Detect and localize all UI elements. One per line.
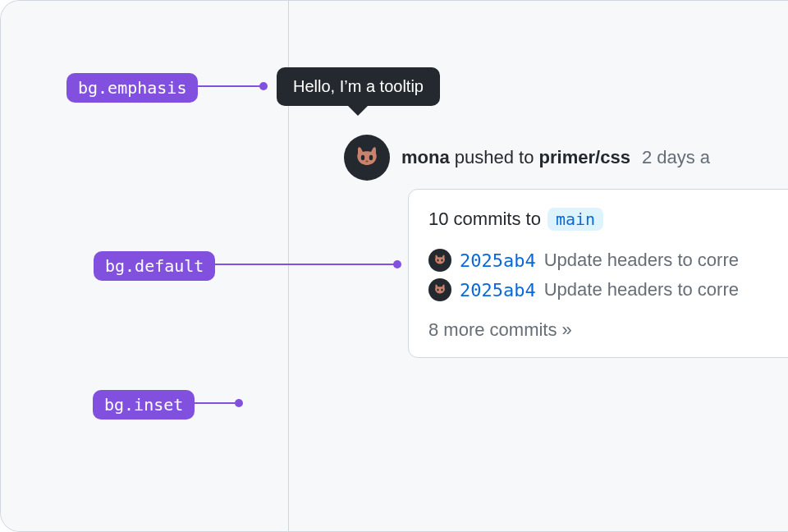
svg-point-8 [437,288,438,291]
svg-point-5 [437,259,438,261]
commit-hash[interactable]: 2025ab4 [460,250,536,271]
connector-line [188,402,236,404]
branch-pill[interactable]: main [547,208,603,231]
connector-line [196,85,260,87]
svg-point-1 [361,155,364,160]
connector-dot [259,82,268,90]
token-bg-inset: bg.inset [93,390,195,420]
commit-row: 2025ab4 Update headers to corre [428,245,781,275]
token-bg-emphasis: bg.emphasis [66,73,198,103]
svg-point-6 [441,259,442,261]
commit-hash[interactable]: 2025ab4 [460,280,536,300]
commits-card: 10 commits to main 2025ab4 Update header… [408,189,788,358]
avatar [428,278,451,301]
feed-text: mona pushed to primer/css [401,147,630,168]
feed-item-header: mona pushed to primer/css 2 days a [344,135,710,181]
feed-user[interactable]: mona [401,147,450,167]
feed-repo[interactable]: primer/css [539,147,630,167]
connector-dot [393,260,401,268]
card-title: 10 commits to main [428,208,781,231]
svg-point-2 [369,155,373,160]
token-label-text: bg.default [105,256,204,276]
svg-point-3 [365,160,368,162]
tooltip-text: Hello, I’m a tooltip [293,77,424,95]
canvas-frame: bg.emphasis bg.default bg.inset Hello, I… [0,0,788,532]
token-label-text: bg.emphasis [78,78,186,98]
octocat-icon [432,282,448,298]
avatar [344,135,390,181]
feed-time: 2 days a [642,147,710,168]
commit-message: Update headers to corre [544,279,739,300]
avatar [428,249,451,272]
commit-count-text: 10 commits to [428,209,541,230]
tooltip: Hello, I’m a tooltip [277,67,440,106]
commit-message: Update headers to corre [544,250,739,271]
connector-line [213,264,395,265]
token-bg-default: bg.default [94,251,215,281]
feed-verb: pushed to [455,147,534,167]
more-commits-link[interactable]: 8 more commits » [428,319,781,341]
octocat-icon [350,141,383,174]
token-label-text: bg.inset [104,395,183,415]
octocat-icon [432,252,448,268]
connector-dot [235,399,243,407]
commit-row: 2025ab4 Update headers to corre [428,275,781,305]
svg-point-9 [441,288,442,291]
